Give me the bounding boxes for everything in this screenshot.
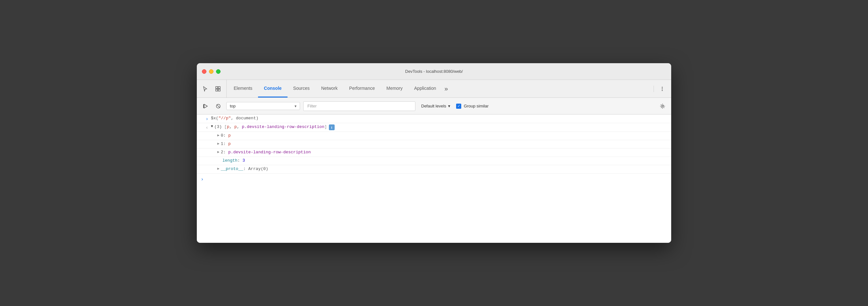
context-selector-value: top [230, 104, 292, 108]
svg-rect-1 [216, 89, 218, 91]
traffic-lights [202, 69, 220, 74]
close-button[interactable] [202, 69, 207, 74]
console-content: › $x("//p", document) ‹ ▼ (3) [p, p, p.d… [197, 114, 671, 243]
input-arrow-icon: › [206, 116, 208, 121]
checkmark-icon: ✓ [457, 104, 460, 108]
default-levels-button[interactable]: Default levels ▾ [418, 102, 453, 110]
maximize-button[interactable] [216, 69, 220, 74]
default-levels-arrow-icon: ▾ [448, 104, 451, 108]
clear-console-button[interactable] [214, 101, 223, 111]
context-selector[interactable]: top ▾ [226, 102, 300, 110]
back-arrow-icon: ‹ [206, 125, 208, 130]
svg-point-4 [662, 87, 663, 88]
run-script-button[interactable] [200, 101, 210, 111]
console-settings-button[interactable] [658, 101, 668, 111]
tab-sources[interactable]: Sources [287, 80, 315, 98]
tab-memory[interactable]: Memory [380, 80, 408, 98]
item-0-gutter [207, 133, 217, 134]
window-title: DevTools - localhost:8080/web/ [405, 69, 463, 74]
array-output: (3) [p, p, p.devsite-landing-row-descrip… [214, 124, 327, 129]
tab-elements[interactable]: Elements [228, 80, 258, 98]
console-input-code: $x("//p", document) [211, 116, 258, 120]
default-levels-label: Default levels [421, 104, 446, 108]
output-back-gutter: ‹ [200, 124, 211, 130]
tabs-end-actions [652, 84, 668, 94]
tab-application[interactable]: Application [408, 80, 442, 98]
array-item-2: ▶ 2: p.devsite-landing-row-description [197, 148, 671, 157]
svg-rect-0 [216, 87, 218, 88]
console-empty-input-line[interactable]: › [197, 173, 671, 185]
group-similar-text: Group similar [464, 104, 489, 108]
item-2-content: 2: p.devsite-landing-row-description [221, 150, 311, 155]
cursor-icon-button[interactable] [199, 83, 211, 94]
devtools-window: DevTools - localhost:8080/web/ Elements [197, 63, 671, 243]
input-prompt-gutter: › [200, 116, 211, 121]
array-length-property: length: 3 [197, 157, 671, 165]
svg-line-10 [217, 105, 220, 108]
console-toolbar: top ▾ Default levels ▾ ✓ Group similar [197, 98, 671, 114]
item-0-expand-icon[interactable]: ▶ [217, 133, 220, 137]
item-2-expand-icon[interactable]: ▶ [217, 150, 220, 154]
item-0-content: 0: p [221, 133, 231, 138]
svg-rect-2 [218, 87, 220, 88]
titlebar: DevTools - localhost:8080/web/ [197, 63, 671, 80]
minimize-button[interactable] [209, 69, 214, 74]
expand-arrow-icon[interactable]: ▼ [211, 124, 213, 128]
divider [654, 86, 654, 92]
console-output-line-array: ‹ ▼ (3) [p, p, p.devsite-landing-row-des… [197, 123, 671, 132]
item-1-expand-icon[interactable]: ▶ [217, 141, 220, 146]
proto-content: __proto__: Array(0) [221, 166, 268, 171]
console-filter-input[interactable] [303, 101, 415, 111]
item-1-content: 1: p [221, 141, 231, 146]
tab-console[interactable]: Console [258, 80, 287, 98]
item-2-gutter [207, 150, 217, 150]
console-prompt-icon: › [200, 176, 204, 182]
tab-performance[interactable]: Performance [343, 80, 380, 98]
tab-network[interactable]: Network [315, 80, 343, 98]
length-gutter [212, 158, 222, 159]
svg-point-5 [662, 88, 663, 89]
more-options-button[interactable] [657, 84, 668, 94]
toolbar-icons [199, 80, 227, 98]
proto-gutter [207, 166, 217, 167]
item-1-gutter [207, 141, 217, 142]
tabs-bar: Elements Console Sources Network Perform… [197, 80, 671, 98]
proto-expand-icon[interactable]: ▶ [217, 166, 220, 171]
console-input-line-1: › $x("//p", document) [197, 114, 671, 123]
group-similar-label: ✓ Group similar [456, 104, 489, 109]
more-tabs-button[interactable]: » [442, 80, 451, 98]
array-item-1: ▶ 1: p [197, 140, 671, 148]
group-similar-checkbox[interactable]: ✓ [456, 104, 461, 109]
length-content: length: 3 [222, 158, 245, 163]
svg-marker-7 [204, 104, 207, 108]
proto-property: ▶ __proto__: Array(0) [197, 165, 671, 173]
svg-point-6 [662, 90, 663, 91]
info-icon[interactable]: i [329, 124, 335, 130]
svg-rect-3 [218, 89, 220, 91]
array-item-0: ▶ 0: p [197, 132, 671, 140]
chevron-down-icon: ▾ [294, 104, 297, 108]
inspect-icon-button[interactable] [212, 83, 224, 94]
